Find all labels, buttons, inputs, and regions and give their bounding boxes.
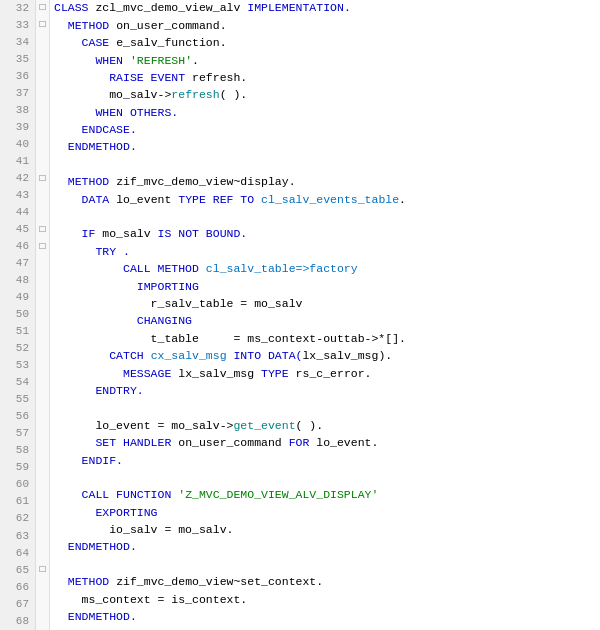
code-line: WHEN OTHERS. bbox=[54, 104, 600, 121]
code-line: CLASS zcl_mvc_demo_view_alv IMPLEMENTATI… bbox=[54, 0, 600, 17]
line-number: 54 bbox=[6, 375, 29, 392]
code-line: TRY . bbox=[54, 243, 600, 260]
line-number: 55 bbox=[6, 392, 29, 409]
collapse-placeholder bbox=[36, 255, 49, 272]
token: WHEN OTHERS. bbox=[54, 105, 178, 122]
line-number: 63 bbox=[6, 528, 29, 545]
token: ms_context = is_context. bbox=[54, 592, 247, 609]
collapse-placeholder bbox=[36, 375, 49, 392]
line-number: 51 bbox=[6, 324, 29, 341]
collapse-placeholder bbox=[36, 119, 49, 136]
token: TYPE REF TO bbox=[178, 192, 261, 209]
code-line: CALL METHOD cl_salv_table=>factory bbox=[54, 261, 600, 278]
collapse-button[interactable]: □ bbox=[36, 221, 49, 238]
collapse-placeholder bbox=[36, 511, 49, 528]
line-number: 40 bbox=[6, 136, 29, 153]
code-line: lo_event = mo_salv->get_event( ). bbox=[54, 417, 600, 434]
token: t_table = ms_context-outtab->*[]. bbox=[54, 331, 406, 348]
token: on_user_command. bbox=[116, 18, 226, 35]
code-line: EXPORTING bbox=[54, 504, 600, 521]
collapse-placeholder bbox=[36, 204, 49, 221]
token: CASE bbox=[54, 35, 116, 52]
collapse-placeholder bbox=[36, 409, 49, 426]
token: FOR bbox=[289, 435, 317, 452]
line-number: 38 bbox=[6, 102, 29, 119]
code-line bbox=[54, 400, 600, 417]
token: WHEN bbox=[54, 53, 130, 70]
line-number: 37 bbox=[6, 85, 29, 102]
line-number: 61 bbox=[6, 494, 29, 511]
code-line: MESSAGE lx_salv_msg TYPE rs_c_error. bbox=[54, 365, 600, 382]
collapse-placeholder bbox=[36, 68, 49, 85]
collapse-placeholder bbox=[36, 136, 49, 153]
code-line bbox=[54, 157, 600, 174]
token: r_salv_table = mo_salv bbox=[54, 296, 302, 313]
code-line: io_salv = mo_salv. bbox=[54, 522, 600, 539]
token: INTO DATA( bbox=[233, 348, 302, 365]
collapse-placeholder bbox=[36, 579, 49, 596]
collapse-button[interactable]: □ bbox=[36, 17, 49, 34]
code-line: ENDCASE. bbox=[54, 122, 600, 139]
token: EXPORTING bbox=[54, 505, 158, 522]
code-line: IF mo_salv IS NOT BOUND. bbox=[54, 226, 600, 243]
token: lx_salv_msg bbox=[302, 348, 378, 365]
collapse-buttons[interactable]: □□□□□□ bbox=[36, 0, 50, 630]
collapse-placeholder bbox=[36, 443, 49, 460]
token: cl_salv_events_table bbox=[261, 192, 399, 209]
token: CLASS bbox=[54, 0, 95, 17]
line-number: 58 bbox=[6, 443, 29, 460]
collapse-placeholder bbox=[36, 494, 49, 511]
token: METHOD bbox=[54, 18, 116, 35]
line-number: 32 bbox=[6, 0, 29, 17]
collapse-placeholder bbox=[36, 290, 49, 307]
collapse-placeholder bbox=[36, 153, 49, 170]
token: lo_event = mo_salv-> bbox=[54, 418, 233, 435]
code-line: METHOD zif_mvc_demo_view~display. bbox=[54, 174, 600, 191]
collapse-button[interactable]: □ bbox=[36, 238, 49, 255]
token: zif_mvc_demo_view~display. bbox=[116, 174, 295, 191]
token: IF bbox=[54, 226, 102, 243]
token: ENDMETHOD. bbox=[54, 139, 137, 156]
code-line: mo_salv->refresh( ). bbox=[54, 87, 600, 104]
token: CATCH bbox=[54, 348, 151, 365]
collapse-placeholder bbox=[36, 613, 49, 630]
collapse-button[interactable]: □ bbox=[36, 562, 49, 579]
token: CHANGING bbox=[54, 313, 192, 330]
collapse-button[interactable]: □ bbox=[36, 170, 49, 187]
code-line: RAISE EVENT refresh. bbox=[54, 70, 600, 87]
token: ( ). bbox=[296, 418, 324, 435]
token: ENDMETHOD. bbox=[54, 539, 137, 556]
line-numbers: 3233343536373839404142434445464748495051… bbox=[0, 0, 36, 630]
code-line: r_salv_table = mo_salv bbox=[54, 296, 600, 313]
line-number: 66 bbox=[6, 579, 29, 596]
line-number: 56 bbox=[6, 409, 29, 426]
line-number: 62 bbox=[6, 511, 29, 528]
token: cl_salv_table=>factory bbox=[206, 261, 358, 278]
code-line: ENDIF. bbox=[54, 452, 600, 469]
code-editor: 3233343536373839404142434445464748495051… bbox=[0, 0, 600, 630]
token: RAISE EVENT bbox=[54, 70, 192, 87]
code-line bbox=[54, 557, 600, 574]
line-number: 35 bbox=[6, 51, 29, 68]
line-number: 67 bbox=[6, 596, 29, 613]
token: ). bbox=[378, 348, 392, 365]
collapse-placeholder bbox=[36, 341, 49, 358]
line-number: 49 bbox=[6, 290, 29, 307]
code-line bbox=[54, 470, 600, 487]
token: get_event bbox=[233, 418, 295, 435]
code-line: CALL FUNCTION 'Z_MVC_DEMO_VIEW_ALV_DISPL… bbox=[54, 487, 600, 504]
collapse-placeholder bbox=[36, 460, 49, 477]
token: refresh bbox=[171, 87, 219, 104]
collapse-button[interactable]: □ bbox=[36, 0, 49, 17]
line-number: 52 bbox=[6, 341, 29, 358]
token: e_salv_function. bbox=[116, 35, 226, 52]
collapse-placeholder bbox=[36, 324, 49, 341]
token: IMPORTING bbox=[54, 279, 199, 296]
collapse-placeholder bbox=[36, 392, 49, 409]
line-number: 59 bbox=[6, 460, 29, 477]
token: ( ). bbox=[220, 87, 248, 104]
line-number: 43 bbox=[6, 187, 29, 204]
token: SET HANDLER bbox=[54, 435, 178, 452]
token: refresh. bbox=[192, 70, 247, 87]
token: lo_event bbox=[116, 192, 178, 209]
